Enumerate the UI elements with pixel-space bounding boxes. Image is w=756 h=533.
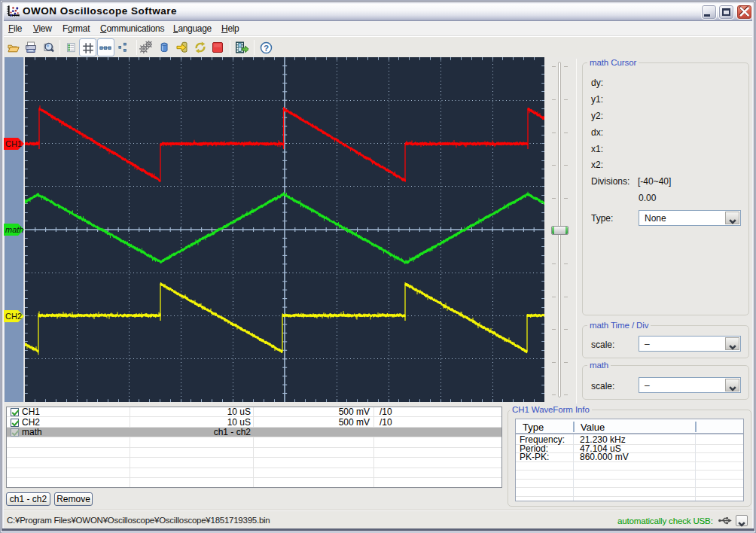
svg-text:?: ? (264, 43, 269, 53)
